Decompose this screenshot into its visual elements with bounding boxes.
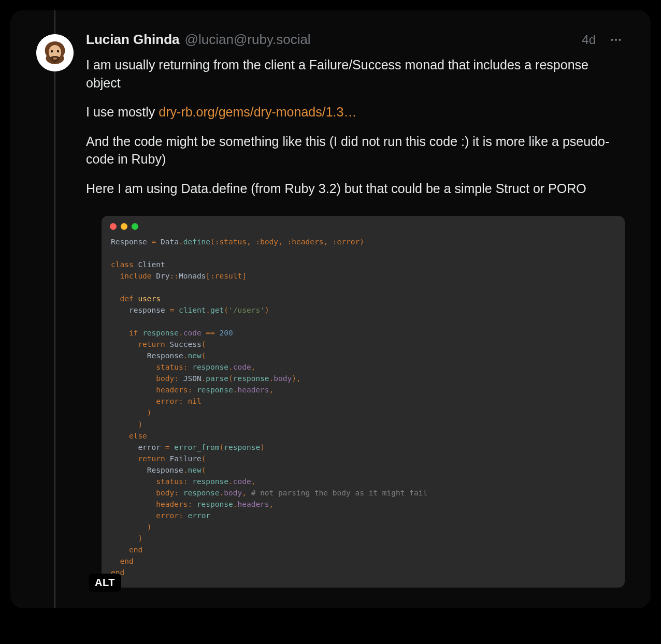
svg-point-2 [51, 50, 53, 52]
paragraph-1: I am usually returning from the client a… [86, 56, 625, 92]
avatar[interactable] [36, 34, 74, 71]
post-media: Response = Data.define(:status, :body, :… [86, 216, 625, 588]
post: Lucian Ghinda @lucian@ruby.social 4d I a… [36, 31, 625, 588]
post-card: Lucian Ghinda @lucian@ruby.social 4d I a… [10, 10, 651, 608]
p2-prefix: I use mostly [86, 105, 159, 119]
thread-column [36, 31, 74, 588]
thread-line [54, 10, 55, 608]
svg-point-3 [57, 50, 59, 52]
svg-point-4 [53, 57, 57, 60]
code-window[interactable]: Response = Data.define(:status, :body, :… [102, 216, 625, 588]
paragraph-4: Here I am using Data.define (from Ruby 3… [86, 180, 625, 198]
more-button[interactable] [607, 31, 625, 49]
close-dot-icon [110, 223, 117, 230]
ellipsis-icon [609, 33, 623, 47]
svg-point-7 [619, 39, 621, 41]
post-timestamp[interactable]: 4d [582, 33, 596, 47]
minimize-dot-icon [121, 223, 127, 230]
author-handle[interactable]: @lucian@ruby.social [185, 32, 311, 48]
alt-badge[interactable]: ALT [89, 574, 121, 592]
svg-point-5 [611, 39, 613, 41]
post-header: Lucian Ghinda @lucian@ruby.social 4d [86, 31, 625, 49]
window-titlebar [102, 216, 625, 234]
paragraph-3: And the code might be something like thi… [86, 133, 625, 168]
code-block: Response = Data.define(:status, :body, :… [102, 234, 625, 588]
post-body: I am usually returning from the client a… [86, 56, 625, 197]
paragraph-2: I use mostly dry-rb.org/gems/dry-monads/… [86, 103, 625, 121]
header-right: 4d [582, 31, 625, 49]
dry-monads-link[interactable]: dry-rb.org/gems/dry-monads/1.3… [159, 105, 356, 119]
maximize-dot-icon [132, 223, 138, 230]
author-display-name[interactable]: Lucian Ghinda [86, 32, 180, 48]
svg-point-6 [615, 39, 617, 41]
avatar-memoji-icon [36, 34, 74, 71]
post-content: Lucian Ghinda @lucian@ruby.social 4d I a… [86, 31, 625, 588]
